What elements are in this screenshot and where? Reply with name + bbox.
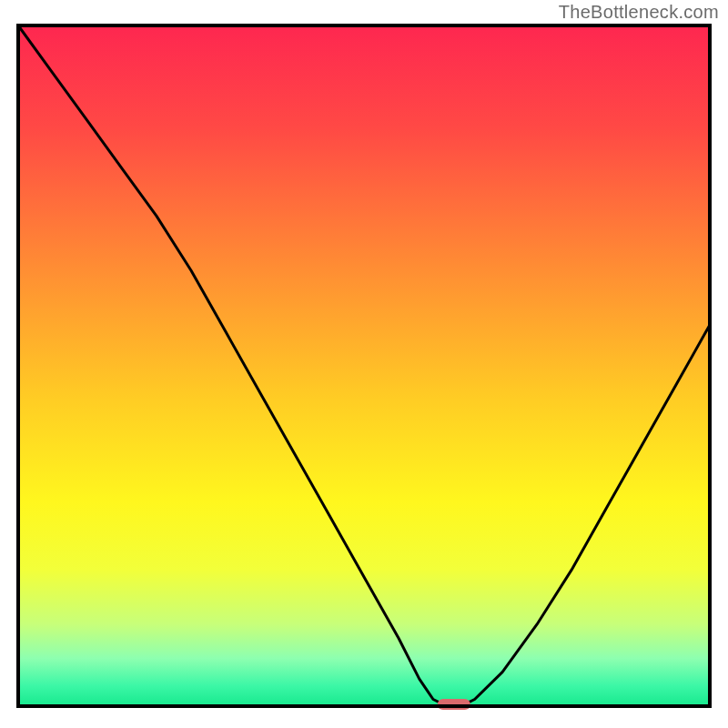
- watermark-text: TheBottleneck.com: [559, 2, 719, 23]
- chart-background: [18, 25, 710, 706]
- bottleneck-chart: [0, 0, 728, 728]
- chart-stage: TheBottleneck.com: [0, 0, 728, 728]
